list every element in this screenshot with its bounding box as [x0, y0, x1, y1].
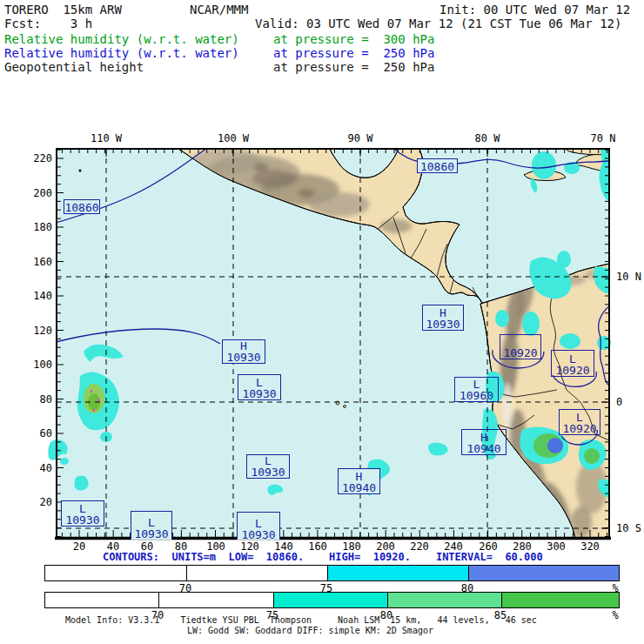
axis-label: 220 — [33, 152, 52, 164]
colorbar-divider — [501, 593, 502, 607]
colorbar-divider — [158, 593, 159, 607]
axis-label: 40 — [40, 462, 52, 474]
model-info-line1: Model Info: V3.3.1 Tiedtke YSU PBL Thomp… — [65, 615, 537, 625]
axis-label: 160 — [33, 256, 52, 268]
axis-label: 10 N — [616, 271, 641, 283]
pressure-center-label: L10930 — [61, 500, 104, 527]
colorbar-divider — [468, 566, 469, 580]
wrf-forecast-plot: TORERO 15km ARW NCAR/MMM Init: 00 UTC We… — [0, 0, 644, 644]
pressure-label-layer: 1086010860H10930H10930L10930L10930H10940… — [55, 147, 611, 540]
colorbar-segment — [501, 593, 620, 607]
colorbar-rh-250hpa — [44, 565, 620, 581]
axis-label: 180 — [33, 221, 52, 233]
axis-label: 60 — [40, 427, 52, 439]
colorbar-rh-300hpa — [44, 592, 620, 608]
axis-label: 90 W — [348, 132, 374, 144]
colorbar-segment — [387, 593, 501, 607]
pressure-center-label: H10930 — [422, 305, 464, 331]
axis-label: 110 W — [91, 132, 123, 144]
axis-label: 300 — [547, 540, 566, 553]
model-info-line2: LW: Godd SW: Goddard DIFF: simple KM: 2D… — [187, 626, 433, 635]
contour-info-line: CONTOURS: UNITS=m LOW= 10860. HIGH= 1092… — [103, 551, 543, 563]
axis-label: 80 W — [475, 132, 501, 144]
pressure-center-label: 10860 — [64, 199, 100, 214]
axis-label: 70 N — [591, 132, 616, 144]
axis-label: 20 — [73, 540, 85, 553]
colorbar-segment — [327, 566, 468, 580]
axis-label: 0 — [616, 396, 622, 408]
colorbar-divider — [387, 593, 388, 607]
pressure-center-label: L10920 — [551, 350, 594, 377]
pressure-center-label: L10930 — [131, 511, 172, 540]
pressure-center-label: L10930 — [246, 454, 290, 479]
colorbar-unit-label: % — [612, 609, 618, 621]
pressure-center-label: 10920 — [500, 334, 541, 359]
axis-label: 100 — [33, 359, 52, 371]
pressure-center-label: L10920 — [559, 409, 600, 435]
axis-label: 20 — [40, 496, 52, 508]
pressure-center-label: L10930 — [238, 374, 281, 400]
pressure-center-label: L10930 — [237, 512, 280, 540]
pressure-center-label: 10860 — [417, 158, 458, 173]
axis-label: 200 — [33, 187, 52, 199]
colorbar-segment — [273, 593, 387, 607]
axis-label: 320 — [580, 540, 600, 553]
pressure-center-label: H10930 — [222, 339, 265, 364]
axis-label: 80 — [40, 393, 52, 406]
colorbar-divider — [327, 566, 328, 580]
pressure-center-label: L10960 — [454, 377, 499, 402]
colorbar-divider — [273, 593, 274, 607]
pressure-center-label: H10940 — [461, 429, 506, 455]
axis-label: 100 W — [218, 132, 250, 144]
axis-label: 120 — [33, 325, 52, 337]
colorbar-divider — [186, 566, 187, 580]
axis-label: 10 S — [616, 522, 641, 534]
colorbar-segment — [45, 593, 273, 607]
colorbar-segment — [468, 566, 620, 580]
pressure-center-label: H10940 — [338, 468, 380, 494]
axis-label: 140 — [33, 290, 52, 302]
